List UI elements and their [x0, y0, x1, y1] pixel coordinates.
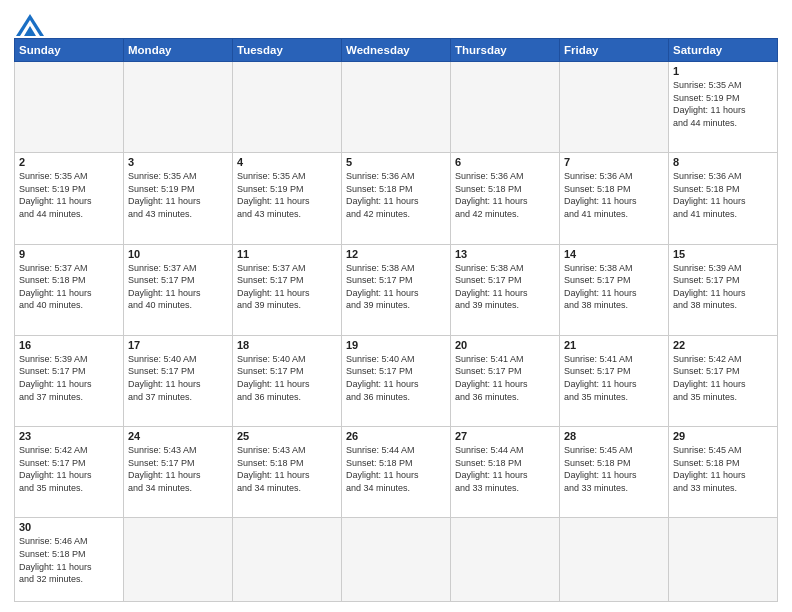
calendar-day-cell	[451, 518, 560, 602]
calendar-day-cell	[560, 62, 669, 153]
calendar-day-cell: 6Sunrise: 5:36 AM Sunset: 5:18 PM Daylig…	[451, 153, 560, 244]
day-number: 1	[673, 65, 773, 77]
day-info: Sunrise: 5:40 AM Sunset: 5:17 PM Dayligh…	[128, 353, 228, 403]
calendar-day-cell: 29Sunrise: 5:45 AM Sunset: 5:18 PM Dayli…	[669, 427, 778, 518]
weekday-header-row: SundayMondayTuesdayWednesdayThursdayFrid…	[15, 39, 778, 62]
day-info: Sunrise: 5:41 AM Sunset: 5:17 PM Dayligh…	[564, 353, 664, 403]
day-info: Sunrise: 5:46 AM Sunset: 5:18 PM Dayligh…	[19, 535, 119, 585]
day-number: 12	[346, 248, 446, 260]
day-info: Sunrise: 5:35 AM Sunset: 5:19 PM Dayligh…	[237, 170, 337, 220]
calendar-day-cell: 20Sunrise: 5:41 AM Sunset: 5:17 PM Dayli…	[451, 335, 560, 426]
day-number: 21	[564, 339, 664, 351]
calendar-day-cell: 15Sunrise: 5:39 AM Sunset: 5:17 PM Dayli…	[669, 244, 778, 335]
day-number: 24	[128, 430, 228, 442]
day-info: Sunrise: 5:38 AM Sunset: 5:17 PM Dayligh…	[455, 262, 555, 312]
calendar-day-cell: 11Sunrise: 5:37 AM Sunset: 5:17 PM Dayli…	[233, 244, 342, 335]
day-number: 5	[346, 156, 446, 168]
calendar-day-cell: 17Sunrise: 5:40 AM Sunset: 5:17 PM Dayli…	[124, 335, 233, 426]
day-info: Sunrise: 5:38 AM Sunset: 5:17 PM Dayligh…	[564, 262, 664, 312]
day-number: 14	[564, 248, 664, 260]
day-number: 20	[455, 339, 555, 351]
logo-icon	[16, 14, 44, 36]
calendar-day-cell: 19Sunrise: 5:40 AM Sunset: 5:17 PM Dayli…	[342, 335, 451, 426]
calendar-day-cell: 9Sunrise: 5:37 AM Sunset: 5:18 PM Daylig…	[15, 244, 124, 335]
calendar-day-cell: 8Sunrise: 5:36 AM Sunset: 5:18 PM Daylig…	[669, 153, 778, 244]
day-number: 29	[673, 430, 773, 442]
calendar-day-cell: 4Sunrise: 5:35 AM Sunset: 5:19 PM Daylig…	[233, 153, 342, 244]
weekday-header-monday: Monday	[124, 39, 233, 62]
calendar-day-cell: 2Sunrise: 5:35 AM Sunset: 5:19 PM Daylig…	[15, 153, 124, 244]
calendar-day-cell: 13Sunrise: 5:38 AM Sunset: 5:17 PM Dayli…	[451, 244, 560, 335]
calendar-day-cell: 21Sunrise: 5:41 AM Sunset: 5:17 PM Dayli…	[560, 335, 669, 426]
day-number: 19	[346, 339, 446, 351]
calendar-day-cell: 23Sunrise: 5:42 AM Sunset: 5:17 PM Dayli…	[15, 427, 124, 518]
day-number: 15	[673, 248, 773, 260]
day-number: 16	[19, 339, 119, 351]
calendar-day-cell: 28Sunrise: 5:45 AM Sunset: 5:18 PM Dayli…	[560, 427, 669, 518]
day-number: 17	[128, 339, 228, 351]
calendar-day-cell: 27Sunrise: 5:44 AM Sunset: 5:18 PM Dayli…	[451, 427, 560, 518]
calendar-day-cell: 5Sunrise: 5:36 AM Sunset: 5:18 PM Daylig…	[342, 153, 451, 244]
day-number: 26	[346, 430, 446, 442]
day-info: Sunrise: 5:39 AM Sunset: 5:17 PM Dayligh…	[19, 353, 119, 403]
calendar-week-row: 9Sunrise: 5:37 AM Sunset: 5:18 PM Daylig…	[15, 244, 778, 335]
calendar-day-cell: 24Sunrise: 5:43 AM Sunset: 5:17 PM Dayli…	[124, 427, 233, 518]
calendar-week-row: 1Sunrise: 5:35 AM Sunset: 5:19 PM Daylig…	[15, 62, 778, 153]
calendar-day-cell: 22Sunrise: 5:42 AM Sunset: 5:17 PM Dayli…	[669, 335, 778, 426]
day-info: Sunrise: 5:35 AM Sunset: 5:19 PM Dayligh…	[673, 79, 773, 129]
calendar-day-cell: 12Sunrise: 5:38 AM Sunset: 5:17 PM Dayli…	[342, 244, 451, 335]
calendar-day-cell	[233, 62, 342, 153]
calendar-day-cell: 14Sunrise: 5:38 AM Sunset: 5:17 PM Dayli…	[560, 244, 669, 335]
weekday-header-thursday: Thursday	[451, 39, 560, 62]
day-info: Sunrise: 5:43 AM Sunset: 5:18 PM Dayligh…	[237, 444, 337, 494]
calendar-day-cell: 25Sunrise: 5:43 AM Sunset: 5:18 PM Dayli…	[233, 427, 342, 518]
day-info: Sunrise: 5:38 AM Sunset: 5:17 PM Dayligh…	[346, 262, 446, 312]
day-number: 8	[673, 156, 773, 168]
day-number: 6	[455, 156, 555, 168]
calendar-day-cell	[124, 62, 233, 153]
calendar-day-cell	[233, 518, 342, 602]
day-info: Sunrise: 5:43 AM Sunset: 5:17 PM Dayligh…	[128, 444, 228, 494]
day-number: 13	[455, 248, 555, 260]
day-number: 22	[673, 339, 773, 351]
day-info: Sunrise: 5:42 AM Sunset: 5:17 PM Dayligh…	[19, 444, 119, 494]
day-info: Sunrise: 5:45 AM Sunset: 5:18 PM Dayligh…	[564, 444, 664, 494]
weekday-header-sunday: Sunday	[15, 39, 124, 62]
day-info: Sunrise: 5:40 AM Sunset: 5:17 PM Dayligh…	[346, 353, 446, 403]
calendar-day-cell	[342, 518, 451, 602]
calendar-day-cell	[124, 518, 233, 602]
day-info: Sunrise: 5:36 AM Sunset: 5:18 PM Dayligh…	[455, 170, 555, 220]
calendar-day-cell: 18Sunrise: 5:40 AM Sunset: 5:17 PM Dayli…	[233, 335, 342, 426]
calendar-day-cell	[560, 518, 669, 602]
page: SundayMondayTuesdayWednesdayThursdayFrid…	[0, 0, 792, 612]
day-info: Sunrise: 5:37 AM Sunset: 5:18 PM Dayligh…	[19, 262, 119, 312]
day-number: 7	[564, 156, 664, 168]
weekday-header-friday: Friday	[560, 39, 669, 62]
day-info: Sunrise: 5:37 AM Sunset: 5:17 PM Dayligh…	[237, 262, 337, 312]
calendar-week-row: 2Sunrise: 5:35 AM Sunset: 5:19 PM Daylig…	[15, 153, 778, 244]
calendar-week-row: 16Sunrise: 5:39 AM Sunset: 5:17 PM Dayli…	[15, 335, 778, 426]
day-number: 9	[19, 248, 119, 260]
day-info: Sunrise: 5:36 AM Sunset: 5:18 PM Dayligh…	[673, 170, 773, 220]
day-info: Sunrise: 5:40 AM Sunset: 5:17 PM Dayligh…	[237, 353, 337, 403]
header	[14, 10, 778, 32]
day-number: 2	[19, 156, 119, 168]
calendar-day-cell: 30Sunrise: 5:46 AM Sunset: 5:18 PM Dayli…	[15, 518, 124, 602]
calendar-day-cell	[451, 62, 560, 153]
calendar-day-cell: 26Sunrise: 5:44 AM Sunset: 5:18 PM Dayli…	[342, 427, 451, 518]
day-info: Sunrise: 5:39 AM Sunset: 5:17 PM Dayligh…	[673, 262, 773, 312]
day-number: 4	[237, 156, 337, 168]
calendar-table: SundayMondayTuesdayWednesdayThursdayFrid…	[14, 38, 778, 602]
day-number: 28	[564, 430, 664, 442]
calendar-day-cell: 7Sunrise: 5:36 AM Sunset: 5:18 PM Daylig…	[560, 153, 669, 244]
day-info: Sunrise: 5:44 AM Sunset: 5:18 PM Dayligh…	[455, 444, 555, 494]
calendar-week-row: 23Sunrise: 5:42 AM Sunset: 5:17 PM Dayli…	[15, 427, 778, 518]
weekday-header-tuesday: Tuesday	[233, 39, 342, 62]
calendar-day-cell	[342, 62, 451, 153]
calendar-day-cell: 16Sunrise: 5:39 AM Sunset: 5:17 PM Dayli…	[15, 335, 124, 426]
day-info: Sunrise: 5:42 AM Sunset: 5:17 PM Dayligh…	[673, 353, 773, 403]
calendar-day-cell	[15, 62, 124, 153]
day-number: 25	[237, 430, 337, 442]
day-info: Sunrise: 5:37 AM Sunset: 5:17 PM Dayligh…	[128, 262, 228, 312]
logo	[14, 14, 44, 32]
